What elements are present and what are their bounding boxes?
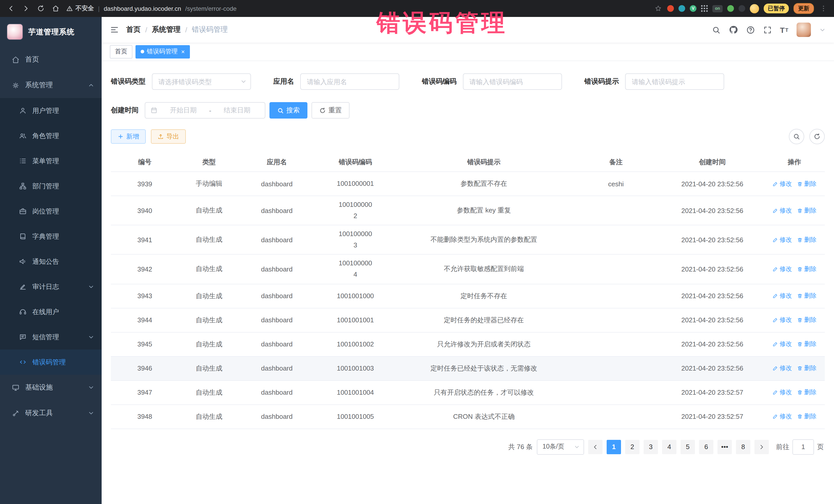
bookmark-star-icon[interactable] bbox=[653, 4, 663, 13]
edit-link[interactable]: 修改 bbox=[772, 316, 792, 324]
page-button[interactable]: 5 bbox=[681, 440, 695, 454]
page-button[interactable]: 6 bbox=[699, 440, 714, 454]
delete-link[interactable]: 删除 bbox=[797, 236, 816, 244]
delete-link[interactable]: 删除 bbox=[797, 291, 816, 300]
close-icon[interactable]: × bbox=[181, 48, 185, 55]
address-bar[interactable]: 不安全 | dashboard.yudao.iocoder.cn/system/… bbox=[66, 4, 237, 13]
fullscreen-icon[interactable] bbox=[763, 25, 772, 34]
extension-icon[interactable] bbox=[727, 5, 734, 12]
error-msg-input[interactable] bbox=[625, 73, 724, 90]
delete-link[interactable]: 删除 bbox=[797, 388, 816, 397]
extension-grid-icon[interactable] bbox=[701, 5, 708, 12]
sidebar-item-dept[interactable]: 部门管理 bbox=[0, 174, 102, 199]
reset-button[interactable]: 重置 bbox=[311, 102, 350, 118]
delete-link[interactable]: 删除 bbox=[797, 206, 816, 215]
sidebar-item-infra[interactable]: 基础设施 bbox=[0, 375, 102, 400]
edit-link[interactable]: 修改 bbox=[772, 340, 792, 349]
avatar-caret-icon[interactable] bbox=[819, 26, 826, 33]
edit-link[interactable]: 修改 bbox=[772, 206, 792, 215]
goto-input[interactable] bbox=[792, 439, 814, 455]
sidebar-item-error-code[interactable]: 错误码管理 bbox=[0, 350, 102, 375]
security-chip[interactable]: 不安全 bbox=[66, 4, 94, 13]
table-row[interactable]: 3944自动生成dashboard1001001001定时任务的处理器已经存在2… bbox=[111, 308, 825, 332]
extensions-on-badge[interactable]: on bbox=[712, 5, 723, 12]
table-row[interactable]: 3948自动生成dashboard1001001005CRON 表达式不正确20… bbox=[111, 405, 825, 429]
table-row[interactable]: 3943自动生成dashboard1001001000定时任务不存在2021-0… bbox=[111, 284, 825, 308]
search-icon[interactable] bbox=[711, 25, 720, 34]
sidebar-item-online-user[interactable]: 在线用户 bbox=[0, 299, 102, 324]
next-page-button[interactable] bbox=[754, 440, 769, 454]
breadcrumb-item[interactable]: 系统管理 bbox=[152, 25, 181, 35]
sidebar-item-post[interactable]: 岗位管理 bbox=[0, 199, 102, 224]
sidebar-item-home[interactable]: 首页 bbox=[0, 47, 102, 72]
edit-link[interactable]: 修改 bbox=[772, 412, 792, 421]
add-button[interactable]: 新增 bbox=[111, 129, 146, 144]
table-row[interactable]: 3942自动生成dashboard100100000 4不允许获取敏感配置到前端… bbox=[111, 255, 825, 284]
profile-avatar[interactable] bbox=[750, 4, 759, 13]
github-icon[interactable] bbox=[728, 25, 738, 35]
prev-page-button[interactable] bbox=[588, 440, 602, 454]
edit-link[interactable]: 修改 bbox=[772, 236, 792, 244]
date-range-picker[interactable]: 开始日期 - 结束日期 bbox=[145, 102, 265, 118]
edit-link[interactable]: 修改 bbox=[772, 179, 792, 188]
table-row[interactable]: 3941自动生成dashboard100100000 3不能删除类型为系统内置的… bbox=[111, 225, 825, 255]
help-icon[interactable] bbox=[746, 25, 755, 34]
browser-home-icon[interactable] bbox=[51, 4, 60, 13]
page-ellipsis[interactable]: ••• bbox=[718, 440, 732, 454]
browser-menu-icon[interactable] bbox=[819, 4, 828, 13]
edit-link[interactable]: 修改 bbox=[772, 364, 792, 373]
error-type-select-input[interactable] bbox=[152, 73, 251, 90]
view-tag[interactable]: 错误码管理× bbox=[135, 45, 190, 58]
page-button[interactable]: 4 bbox=[662, 440, 676, 454]
table-row[interactable]: 3940自动生成dashboard100100000 2参数配置 key 重复2… bbox=[111, 196, 825, 225]
edit-link[interactable]: 修改 bbox=[772, 291, 792, 300]
sidebar-item-sms[interactable]: 短信管理 bbox=[0, 324, 102, 350]
table-refresh-button[interactable] bbox=[809, 129, 825, 144]
browser-reload-icon[interactable] bbox=[36, 4, 45, 13]
extension-icon[interactable]: V bbox=[690, 5, 697, 12]
sidebar-item-system[interactable]: 系统管理 bbox=[0, 72, 102, 98]
search-button[interactable]: 搜索 bbox=[269, 102, 307, 118]
start-date-placeholder[interactable]: 开始日期 bbox=[161, 106, 206, 115]
font-size-icon[interactable]: TT bbox=[780, 25, 788, 34]
export-button[interactable]: 导出 bbox=[151, 129, 186, 144]
edit-link[interactable]: 修改 bbox=[772, 265, 792, 273]
extension-icon[interactable] bbox=[739, 5, 745, 12]
error-code-input[interactable] bbox=[463, 73, 562, 90]
app-logo[interactable]: 芋道管理系统 bbox=[0, 17, 102, 47]
sidebar-toggle-icon[interactable] bbox=[110, 25, 119, 35]
sidebar-item-notice[interactable]: 通知公告 bbox=[0, 249, 102, 274]
table-row[interactable]: 3947自动生成dashboard1001001004只有开启状态的任务，才可以… bbox=[111, 380, 825, 405]
sidebar-item-menu[interactable]: 菜单管理 bbox=[0, 148, 102, 174]
edit-link[interactable]: 修改 bbox=[772, 388, 792, 397]
page-button[interactable]: 1 bbox=[607, 440, 621, 454]
page-button[interactable]: 3 bbox=[643, 440, 658, 454]
delete-link[interactable]: 删除 bbox=[797, 364, 816, 373]
user-avatar[interactable] bbox=[796, 23, 811, 37]
extension-icon[interactable] bbox=[667, 5, 674, 12]
table-search-toggle-button[interactable] bbox=[789, 129, 804, 144]
view-tag[interactable]: 首页 bbox=[110, 45, 132, 58]
delete-link[interactable]: 删除 bbox=[797, 179, 816, 188]
delete-link[interactable]: 删除 bbox=[797, 316, 816, 324]
sidebar-item-user[interactable]: 用户管理 bbox=[0, 98, 102, 123]
delete-link[interactable]: 删除 bbox=[797, 340, 816, 349]
delete-link[interactable]: 删除 bbox=[797, 265, 816, 273]
browser-forward-icon[interactable] bbox=[21, 4, 30, 13]
error-type-select[interactable] bbox=[152, 73, 251, 90]
table-row[interactable]: 3939手动编辑dashboard1001000001参数配置不存在ceshi2… bbox=[111, 172, 825, 196]
delete-link[interactable]: 删除 bbox=[797, 412, 816, 421]
extension-icon[interactable] bbox=[679, 5, 685, 12]
browser-back-icon[interactable] bbox=[6, 4, 15, 13]
update-button[interactable]: 更新 bbox=[793, 3, 814, 14]
sidebar-item-dict[interactable]: 字典管理 bbox=[0, 224, 102, 249]
sidebar-item-role[interactable]: 角色管理 bbox=[0, 123, 102, 148]
sidebar-item-audit-log[interactable]: 审计日志 bbox=[0, 274, 102, 299]
page-size-select[interactable]: 10条/页 bbox=[537, 439, 584, 455]
page-button[interactable]: 2 bbox=[625, 440, 639, 454]
table-row[interactable]: 3946自动生成dashboard1001001003定时任务已经处于该状态，无… bbox=[111, 356, 825, 380]
end-date-placeholder[interactable]: 结束日期 bbox=[214, 106, 260, 115]
page-button[interactable]: 8 bbox=[736, 440, 750, 454]
breadcrumb-item[interactable]: 首页 bbox=[126, 25, 140, 35]
sidebar-item-dev-tools[interactable]: 研发工具 bbox=[0, 400, 102, 426]
